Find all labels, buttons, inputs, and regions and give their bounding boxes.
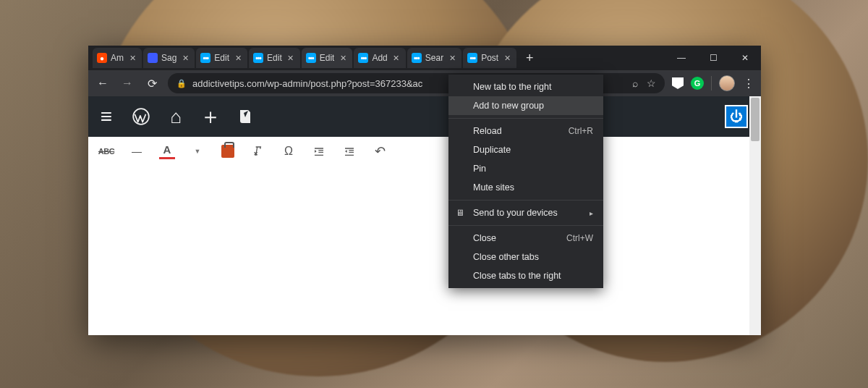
tab-edit-3[interactable]: ••• Edit ✕ [302,48,353,68]
addictivetips-icon: ••• [358,53,368,63]
addictivetips-icon: ••• [200,53,210,63]
ctx-shortcut: Ctrl+R [569,126,593,136]
clear-formatting-button[interactable] [250,143,266,159]
divider [711,76,712,90]
undo-button[interactable]: ↶ [372,143,388,159]
close-icon[interactable]: ✕ [233,53,243,63]
close-icon[interactable]: ✕ [391,53,401,63]
reddit-icon: ● [97,53,107,63]
home-icon[interactable]: ⌂ [166,107,185,126]
addictivetips-icon: ••• [253,53,263,63]
ctx-separator [448,200,603,201]
editor-toolbar: ABC — A ▼ Ω ↶ [88,137,761,166]
ctx-close-tabs-right[interactable]: Close tabs to the right [448,266,603,285]
close-icon[interactable]: ✕ [338,53,348,63]
tab-title: Sear [425,53,443,63]
forward-button[interactable]: → [119,75,136,92]
tab-edit-2[interactable]: ••• Edit ✕ [249,48,300,68]
ctx-label: Reload [473,126,502,136]
devices-icon: 🖥 [456,208,464,218]
ctx-label: Close [473,233,496,243]
wordpress-logo-icon[interactable] [132,107,150,126]
back-button[interactable]: ← [94,75,111,92]
tab-post[interactable]: ••• Post ✕ [463,48,516,68]
ctx-pin[interactable]: Pin [448,159,603,178]
ctx-reload[interactable]: Reload Ctrl+R [448,122,603,140]
close-icon[interactable]: ✕ [180,53,190,63]
tab-title: Sag [161,53,176,63]
tab-title: Am [111,53,124,63]
ctx-separator [448,118,603,119]
ctx-label: Duplicate [473,145,511,155]
ctx-new-tab-right[interactable]: New tab to the right [448,77,603,96]
tab-sage[interactable]: Sag ✕ [143,48,195,68]
ctx-send-to-devices[interactable]: 🖥 Send to your devices ▸ [448,203,603,222]
tab-strip: ● Am ✕ Sag ✕ ••• Edit ✕ ••• Edit ✕ ••• [88,46,665,70]
text-color-button[interactable]: A [159,143,175,159]
close-icon[interactable]: ✕ [127,53,137,63]
address-bar: ← → ⟳ 🔒 addictivetips.com/wp-admin/post.… [88,70,761,96]
minimize-button[interactable]: — [665,46,697,70]
ctx-separator [448,225,603,226]
spellcheck-button[interactable]: ABC [98,143,114,159]
outdent-button[interactable] [311,143,327,159]
tab-title: Post [481,53,498,63]
tab-context-menu: New tab to the right Add to new group Re… [448,75,603,288]
submenu-arrow-icon: ▸ [590,209,593,217]
indent-button[interactable] [341,143,357,159]
search-icon[interactable]: ⌕ [632,77,638,89]
tab-title: Edit [320,53,335,63]
tag-extension-icon[interactable] [672,77,684,89]
ctx-shortcut: Ctrl+W [566,233,593,243]
yoast-icon[interactable] [236,107,255,126]
ctx-close[interactable]: Close Ctrl+W [448,229,603,248]
titlebar: ● Am ✕ Sag ✕ ••• Edit ✕ ••• Edit ✕ ••• [88,46,761,70]
tab-title: Add [372,53,387,63]
close-window-button[interactable]: ✕ [729,46,761,70]
maximize-button[interactable]: ☐ [697,46,729,70]
tab-title: Edit [267,53,282,63]
ctx-label: Close tabs to the right [473,271,561,281]
text-color-dropdown[interactable]: ▼ [190,143,205,159]
addictivetips-icon: ••• [467,53,477,63]
reload-button[interactable]: ⟳ [143,75,161,92]
horizontal-rule-button[interactable]: — [129,143,145,159]
profile-avatar[interactable] [719,75,735,91]
paste-button[interactable] [220,143,236,159]
tab-add[interactable]: ••• Add ✕ [354,48,405,68]
ctx-add-to-new-group[interactable]: Add to new group [448,96,603,115]
special-character-button[interactable]: Ω [281,143,297,159]
ctx-duplicate[interactable]: Duplicate [448,140,603,159]
ctx-mute-sites[interactable]: Mute sites [448,178,603,197]
addictivetips-icon: ••• [306,53,316,63]
tab-reddit[interactable]: ● Am ✕ [93,48,142,68]
browser-window: ● Am ✕ Sag ✕ ••• Edit ✕ ••• Edit ✕ ••• [88,46,761,335]
close-icon[interactable]: ✕ [447,53,457,63]
ctx-label: Send to your devices [473,208,558,218]
tab-title: Edit [214,53,229,63]
hamburger-icon[interactable]: ≡ [97,107,116,126]
tab-search[interactable]: ••• Sear ✕ [407,48,461,68]
window-controls: — ☐ ✕ [665,46,761,70]
scrollbar-thumb[interactable] [751,98,760,141]
lock-icon: 🔒 [176,79,187,88]
browser-menu-button[interactable]: ⋮ [742,77,755,90]
extension-icons: G ⋮ [672,75,755,91]
page-content: ≡ ⌂ ＋ ⏻ ABC — A ▼ Ω [88,96,761,335]
ctx-label: Close other tabs [473,252,539,262]
ctx-label: New tab to the right [473,82,551,92]
power-button[interactable]: ⏻ [725,105,748,128]
tab-edit-1[interactable]: ••• Edit ✕ [196,48,247,68]
close-icon[interactable]: ✕ [286,53,296,63]
scrollbar[interactable]: ▲ [749,96,761,335]
ctx-label: Pin [473,164,486,174]
ctx-label: Mute sites [473,182,514,193]
ctx-close-other-tabs[interactable]: Close other tabs [448,248,603,266]
new-tab-button[interactable]: + [521,49,538,67]
add-new-icon[interactable]: ＋ [201,107,220,126]
close-icon[interactable]: ✕ [502,53,512,63]
bookmark-star-icon[interactable]: ☆ [647,77,656,89]
ctx-label: Add to new group [473,101,544,111]
grammarly-extension-icon[interactable]: G [691,77,704,90]
addictivetips-icon: ••• [412,53,422,63]
